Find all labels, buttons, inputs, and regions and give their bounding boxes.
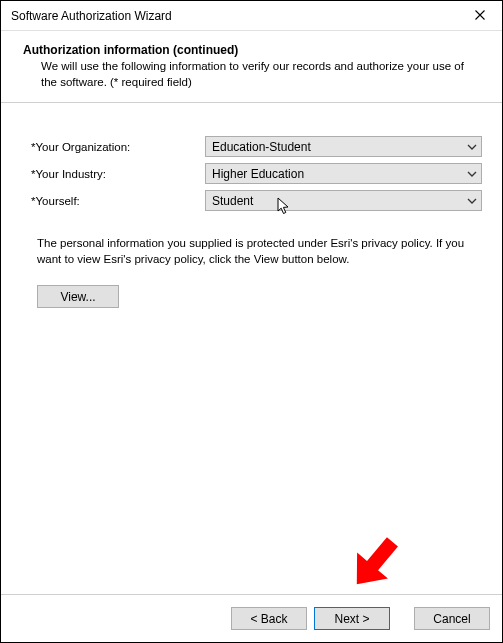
chevron-down-icon [467, 198, 477, 204]
wizard-content: *Your Organization: Education-Student *Y… [1, 103, 502, 308]
view-button[interactable]: View... [37, 285, 119, 308]
organization-row: *Your Organization: Education-Student [31, 133, 482, 160]
next-button[interactable]: Next > [314, 607, 390, 630]
wizard-footer: < Back Next > Cancel [1, 594, 502, 642]
yourself-select[interactable]: Student [205, 190, 482, 211]
yourself-value: Student [212, 194, 253, 208]
organization-label: *Your Organization: [31, 141, 205, 153]
organization-value: Education-Student [212, 140, 311, 154]
organization-select[interactable]: Education-Student [205, 136, 482, 157]
close-icon [475, 9, 485, 23]
industry-label: *Your Industry: [31, 168, 205, 180]
wizard-header: Authorization information (continued) We… [1, 31, 502, 103]
chevron-down-icon [467, 171, 477, 177]
chevron-down-icon [467, 144, 477, 150]
wizard-header-description: We will use the following information to… [23, 57, 482, 90]
close-button[interactable] [457, 1, 502, 30]
privacy-text: The personal information you supplied is… [31, 214, 482, 267]
industry-row: *Your Industry: Higher Education [31, 160, 482, 187]
titlebar: Software Authorization Wizard [1, 1, 502, 31]
yourself-label: *Yourself: [31, 195, 205, 207]
yourself-row: *Yourself: Student [31, 187, 482, 214]
wizard-header-title: Authorization information (continued) [23, 43, 482, 57]
industry-select[interactable]: Higher Education [205, 163, 482, 184]
attention-arrow-icon [337, 529, 409, 604]
window-title: Software Authorization Wizard [11, 9, 457, 23]
view-button-wrap: View... [31, 267, 482, 308]
industry-value: Higher Education [212, 167, 304, 181]
cancel-button[interactable]: Cancel [414, 607, 490, 630]
back-button[interactable]: < Back [231, 607, 307, 630]
